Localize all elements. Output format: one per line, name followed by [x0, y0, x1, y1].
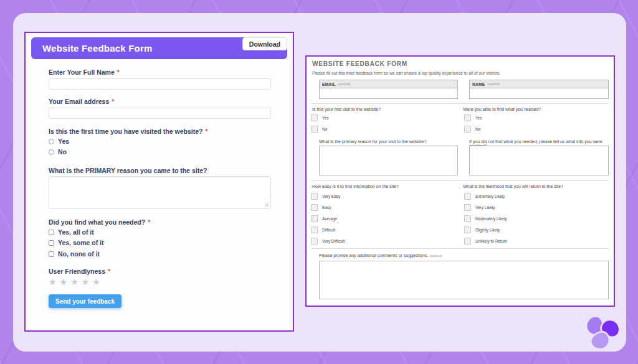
send-feedback-button[interactable]: Send your feedback: [49, 294, 121, 308]
first-visit-option-yes[interactable]: Yes: [49, 138, 69, 145]
found-option-no[interactable]: No: [464, 126, 480, 133]
brand-logo: [582, 308, 622, 353]
seeking-textarea[interactable]: [469, 146, 609, 175]
return-option-moderately-likely[interactable]: Moderately Likely: [464, 215, 507, 222]
email-field-header: EMAIL optional: [320, 80, 457, 88]
return-option-unlikely[interactable]: Unlikely to Return: [464, 238, 507, 245]
divider: [312, 248, 609, 249]
email-label: Your Email address*: [49, 98, 114, 105]
star-icon[interactable]: ★: [70, 278, 79, 286]
first-visit-option-yes[interactable]: Yes: [311, 114, 329, 121]
full-name-input[interactable]: [49, 78, 271, 90]
download-button[interactable]: Download: [242, 37, 287, 50]
checkbox-icon[interactable]: [49, 230, 54, 235]
name-field-input[interactable]: [470, 88, 608, 98]
right-form-subtitle: Please fill out this brief feedback form…: [312, 71, 500, 75]
required-marker: *: [112, 98, 114, 105]
ease-question: How easy is it to find information on th…: [312, 184, 399, 189]
found-needed-question: Were you able to find what you needed?: [463, 107, 541, 111]
checkbox-icon[interactable]: [311, 114, 318, 121]
left-form-title: Website Feedback Form: [31, 43, 152, 54]
required-marker: *: [108, 268, 110, 275]
radio-icon[interactable]: [49, 139, 54, 144]
email-input[interactable]: [49, 108, 271, 119]
needed-option-some[interactable]: Yes, some of it: [49, 239, 104, 246]
checkbox-icon[interactable]: [464, 226, 471, 233]
checkbox-icon[interactable]: [311, 215, 318, 222]
name-field[interactable]: NAME optional: [469, 80, 609, 99]
right-form-title: WEBSITE FEEDBACK FORM: [312, 60, 407, 67]
needed-option-none[interactable]: No, none of it: [49, 250, 100, 258]
ease-option-very-easy[interactable]: Very Easy: [311, 193, 340, 200]
star-icon[interactable]: ★: [92, 278, 100, 286]
ease-option-very-difficult[interactable]: Very Difficult: [311, 238, 345, 245]
checkbox-icon[interactable]: [49, 240, 54, 246]
return-option-slightly-likely[interactable]: Slightly Likely: [464, 226, 500, 233]
checkbox-icon[interactable]: [464, 238, 471, 245]
first-visit-option-no[interactable]: No: [311, 126, 327, 133]
found-needed-label: Did you find what you needed?*: [49, 218, 150, 226]
return-option-very-likely[interactable]: Very Likely: [464, 204, 495, 211]
required-marker: *: [205, 128, 207, 135]
first-visit-option-no[interactable]: No: [49, 148, 67, 156]
checkbox-icon[interactable]: [464, 204, 471, 211]
star-rating[interactable]: ★ ★ ★ ★ ★: [49, 278, 100, 286]
checkbox-icon[interactable]: [464, 126, 471, 133]
full-name-label: Enter Your Full Name*: [49, 68, 120, 76]
friendliness-label: User Friendlyness*: [49, 268, 110, 275]
star-icon[interactable]: ★: [82, 278, 90, 286]
checkbox-icon[interactable]: [311, 204, 318, 211]
checkbox-icon[interactable]: [49, 251, 54, 257]
found-option-yes[interactable]: Yes: [464, 114, 482, 121]
required-marker: *: [117, 68, 120, 76]
checkbox-icon[interactable]: [311, 193, 318, 200]
checkbox-icon[interactable]: [464, 193, 471, 200]
comments-textarea[interactable]: [319, 261, 609, 299]
primary-reason-label: What is the PRIMARY reason you came to t…: [49, 167, 207, 174]
required-marker: *: [148, 218, 150, 226]
return-option-extremely-likely[interactable]: Extremely Likely: [464, 193, 505, 200]
reason-question: What is the primary reason for your visi…: [319, 139, 426, 144]
reason-textarea[interactable]: [319, 146, 458, 175]
needed-option-all[interactable]: Yes, all of it: [49, 228, 94, 236]
right-feedback-form-panel: WEBSITE FEEDBACK FORM Please fill out th…: [305, 55, 615, 307]
star-icon[interactable]: ★: [49, 278, 57, 286]
star-icon[interactable]: ★: [60, 278, 68, 286]
email-field[interactable]: EMAIL optional: [319, 80, 458, 99]
divider: [312, 180, 609, 181]
comments-question: Please provide any additional comments o…: [319, 253, 442, 258]
primary-reason-textarea[interactable]: [49, 176, 271, 209]
checkbox-icon[interactable]: [464, 114, 471, 121]
radio-icon[interactable]: [49, 149, 54, 155]
first-visit-question: Is this your first visit to the website?: [312, 107, 381, 111]
name-field-header: NAME optional: [470, 80, 608, 88]
ease-option-average[interactable]: Average: [311, 215, 337, 222]
checkbox-icon[interactable]: [311, 226, 318, 233]
email-field-input[interactable]: [320, 88, 457, 98]
first-visit-label: Is this the first time you have visited …: [49, 128, 208, 135]
ease-option-difficult[interactable]: Difficult: [311, 226, 335, 233]
left-feedback-form-panel: Website Feedback Form Download Enter You…: [24, 32, 294, 332]
ease-option-easy[interactable]: Easy: [311, 204, 331, 211]
checkbox-icon[interactable]: [464, 215, 471, 222]
checkbox-icon[interactable]: [311, 126, 318, 133]
checkbox-icon[interactable]: [311, 238, 318, 245]
return-question: What is the likelihood that you will ret…: [463, 184, 563, 189]
divider: [312, 103, 609, 104]
page-background: { "theme": { "background_purple": "#b184…: [0, 0, 638, 364]
